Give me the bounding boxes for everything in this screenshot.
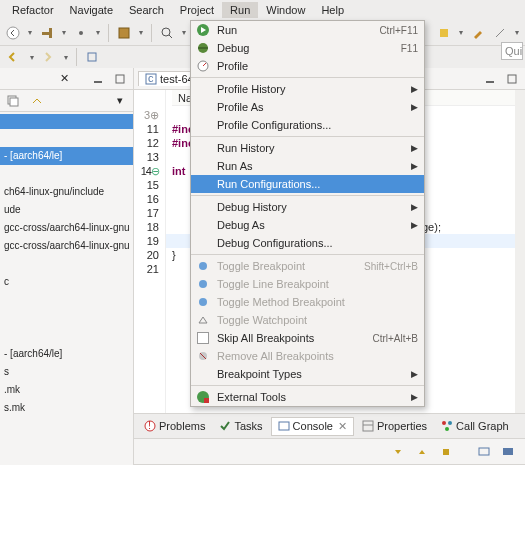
minimize-icon[interactable] [89, 70, 107, 88]
menu-item[interactable]: Profile Configurations... [191, 116, 424, 134]
wand-icon[interactable] [491, 24, 509, 42]
menu-item[interactable]: Debug Configurations... [191, 234, 424, 252]
tree-item[interactable]: c [0, 273, 133, 291]
search-icon[interactable] [158, 24, 176, 42]
tree-item[interactable]: ch64-linux-gnu/include [0, 183, 133, 201]
blank-icon [195, 140, 211, 156]
menu-window[interactable]: Window [258, 2, 313, 18]
menu-item[interactable]: Breakpoint Types▶ [191, 365, 424, 383]
paint-icon[interactable] [435, 24, 453, 42]
run-icon [195, 22, 211, 38]
menu-item[interactable]: Run History▶ [191, 139, 424, 157]
maximize-icon[interactable] [111, 70, 129, 88]
dropdown-icon[interactable]: ▾ [457, 28, 465, 37]
menu-run[interactable]: Run [222, 2, 258, 18]
menu-item[interactable]: Debug History▶ [191, 198, 424, 216]
tree-item[interactable]: gcc-cross/aarch64-linux-gnu [0, 237, 133, 255]
back-icon[interactable] [4, 24, 22, 42]
collapse-icon[interactable] [83, 48, 101, 66]
menu-project[interactable]: Project [172, 2, 222, 18]
quick-access-input[interactable]: Qui [501, 42, 523, 60]
menu-item-label: External Tools [217, 391, 405, 403]
back-arrow-icon[interactable] [6, 48, 24, 66]
tree-item[interactable]: ude [0, 201, 133, 219]
menu-help[interactable]: Help [313, 2, 352, 18]
hammer-icon[interactable] [38, 24, 56, 42]
view-tab-label: Problems [159, 420, 205, 432]
menu-item[interactable]: Profile As▶ [191, 98, 424, 116]
menu-item[interactable]: Skip All BreakpointsCtrl+Alt+B [191, 329, 424, 347]
svg-rect-10 [116, 75, 124, 83]
menu-item[interactable]: DebugF11 [191, 39, 424, 57]
bp-icon [195, 294, 211, 310]
svg-rect-38 [479, 448, 489, 455]
svg-point-34 [442, 421, 446, 425]
view-tab-console[interactable]: Console✕ [271, 417, 354, 436]
svg-rect-28 [204, 398, 209, 403]
display-icon[interactable] [475, 443, 493, 461]
menu-item-label: Toggle Method Breakpoint [217, 296, 418, 308]
link-icon[interactable] [28, 92, 46, 110]
brush-icon[interactable] [469, 24, 487, 42]
maximize-icon[interactable] [503, 70, 521, 88]
submenu-arrow-icon: ▶ [411, 102, 418, 112]
console-body[interactable] [0, 465, 525, 551]
menu-navigate[interactable]: Navigate [62, 2, 121, 18]
blank-icon [195, 158, 211, 174]
profile-icon [195, 58, 211, 74]
menu-item-accel: F11 [401, 43, 418, 54]
menu-item[interactable]: Debug As▶ [191, 216, 424, 234]
blank-icon [195, 99, 211, 115]
menu-item: Toggle Watchpoint [191, 311, 424, 329]
down-icon[interactable] [389, 443, 407, 461]
fwd-arrow-icon[interactable] [40, 48, 58, 66]
close-icon[interactable]: ✕ [338, 420, 347, 433]
menu-item[interactable]: Run Configurations... [191, 175, 424, 193]
submenu-arrow-icon: ▶ [411, 392, 418, 402]
svg-point-35 [448, 421, 452, 425]
package-icon[interactable] [115, 24, 133, 42]
menu-item[interactable]: Profile History▶ [191, 80, 424, 98]
dropdown-icon[interactable]: ▾ [513, 28, 521, 37]
up-icon[interactable] [413, 443, 431, 461]
svg-rect-16 [508, 75, 516, 83]
dropdown-icon[interactable]: ▾ [137, 28, 145, 37]
menu-refactor[interactable]: Refactor [4, 2, 62, 18]
collapse-all-icon[interactable] [4, 92, 22, 110]
svg-rect-8 [88, 53, 96, 61]
dropdown-icon[interactable]: ▾ [60, 28, 68, 37]
tree-item[interactable]: .mk [0, 381, 133, 399]
close-icon[interactable]: ✕ [55, 70, 73, 88]
menu-search[interactable]: Search [121, 2, 172, 18]
tree-item[interactable]: - [aarch64/le] [0, 147, 133, 165]
open-console-icon[interactable] [499, 443, 517, 461]
view-tab-problems[interactable]: !Problems [138, 418, 211, 434]
menu-item-label: Debug [217, 42, 395, 54]
dropdown-icon[interactable]: ▾ [180, 28, 188, 37]
dropdown-icon[interactable]: ▾ [28, 53, 36, 62]
menu-item[interactable]: Profile [191, 57, 424, 75]
dropdown-icon[interactable]: ▾ [62, 53, 70, 62]
view-menu-icon[interactable]: ▾ [111, 92, 129, 110]
pin-icon[interactable] [437, 443, 455, 461]
view-tab-tasks[interactable]: Tasks [213, 418, 268, 434]
view-tab-properties[interactable]: Properties [356, 418, 433, 434]
bp-icon [195, 258, 211, 274]
tool-icon[interactable] [72, 24, 90, 42]
blank-icon [195, 366, 211, 382]
tree-item[interactable]: s [0, 363, 133, 381]
menu-item[interactable]: RunCtrl+F11 [191, 21, 424, 39]
tree-item[interactable]: - [aarch64/le] [0, 345, 133, 363]
view-tab-label: Console [293, 420, 333, 432]
dropdown-icon[interactable]: ▾ [26, 28, 34, 37]
menu-item[interactable]: External Tools▶ [191, 388, 424, 406]
tree-item[interactable]: s.mk [0, 399, 133, 417]
menu-item[interactable]: Run As▶ [191, 157, 424, 175]
c-file-icon: c [145, 73, 157, 85]
tree-item[interactable]: gcc-cross/aarch64-linux-gnu [0, 219, 133, 237]
submenu-arrow-icon: ▶ [411, 161, 418, 171]
minimize-icon[interactable] [481, 70, 499, 88]
view-tab-callgraph[interactable]: Call Graph [435, 418, 515, 434]
dropdown-icon[interactable]: ▾ [94, 28, 102, 37]
menu-item-label: Profile As [217, 101, 405, 113]
